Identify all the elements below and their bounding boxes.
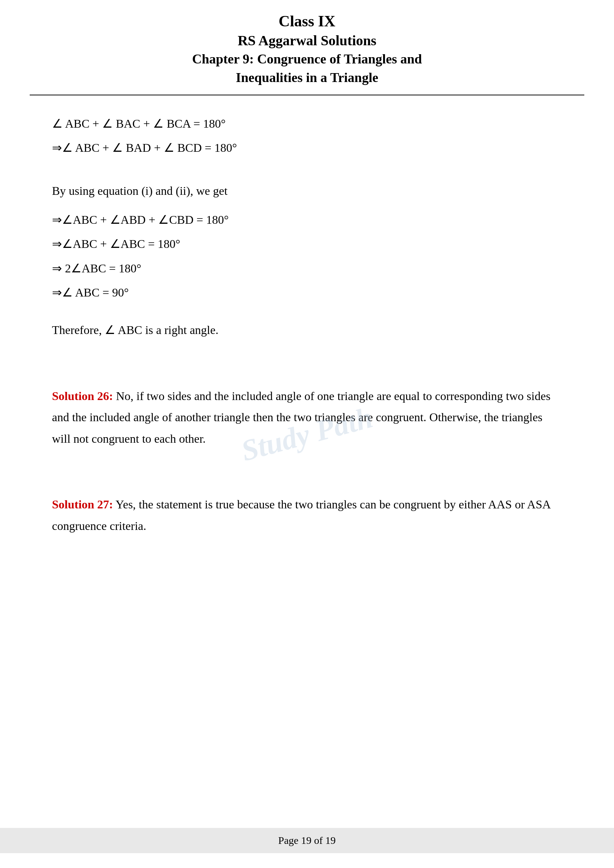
footer-text: Page 19 of 19 [278,835,336,846]
solution-27-text: Yes, the statement is true because the t… [52,498,550,533]
solution-27-label: Solution 27: [52,498,113,511]
solution-26-block: Solution 26: No, if two sides and the in… [52,386,562,450]
math-line-2: ⇒∠ ABC + ∠ BAD + ∠ BCD = 180° [52,137,562,159]
solution-27-block: Solution 27: Yes, the statement is true … [52,494,562,536]
eq-line-2: ⇒∠ABC + ∠ABC = 180° [52,233,562,255]
intro-text: By using equation (i) and (ii), we get [52,180,562,202]
eq-line-3: ⇒ 2∠ABC = 180° [52,258,562,279]
page-footer: Page 19 of 19 [0,828,614,853]
content-area: ∠ ABC + ∠ BAC + ∠ BCA = 180° ⇒∠ ABC + ∠ … [30,107,584,548]
math-line-1: ∠ ABC + ∠ BAC + ∠ BCA = 180° [52,113,562,135]
page-container: Class IX RS Aggarwal Solutions Chapter 9… [0,0,614,868]
solution-26-label: Solution 26: [52,389,113,403]
header-chapter-line1: Chapter 9: Congruence of Triangles and [37,50,577,68]
solution-26-text: No, if two sides and the included angle … [52,389,550,445]
eq-line-4: ⇒∠ ABC = 90° [52,282,562,304]
page-header: Class IX RS Aggarwal Solutions Chapter 9… [30,0,584,95]
solution-27-paragraph: Solution 27: Yes, the statement is true … [52,494,562,536]
header-subtitle: RS Aggarwal Solutions [37,31,577,50]
header-chapter-line2: Inequalities in a Triangle [37,68,577,87]
conclusion-text: Therefore, ∠ ABC is a right angle. [52,319,562,341]
solution-26-paragraph: Solution 26: No, if two sides and the in… [52,386,562,450]
eq-line-1: ⇒∠ABC + ∠ABD + ∠CBD = 180° [52,209,562,231]
header-class: Class IX [37,11,577,31]
